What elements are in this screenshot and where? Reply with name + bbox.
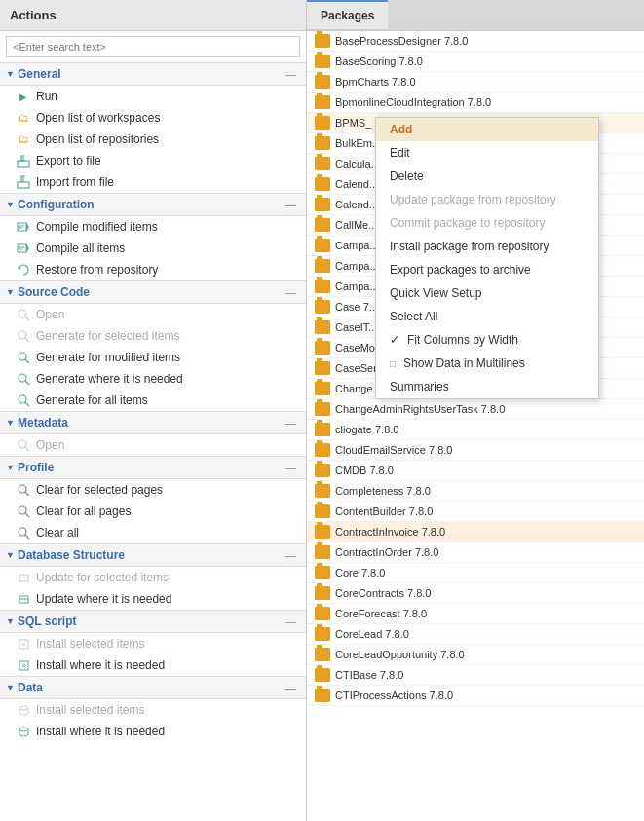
context-quick-view-item[interactable]: Quick View Setup xyxy=(376,281,598,305)
package-folder-icon xyxy=(315,75,330,89)
install-selected-data-item[interactable]: Install selected items xyxy=(0,699,306,721)
section-source-code[interactable]: ▼ Source Code — xyxy=(0,280,306,304)
package-folder-icon xyxy=(315,95,330,109)
svg-rect-0 xyxy=(18,161,29,167)
section-metadata[interactable]: ▼ Metadata — xyxy=(0,411,306,434)
run-item[interactable]: ▶ Run xyxy=(0,86,306,107)
package-item[interactable]: CloudEmailService 7.8.0 xyxy=(307,440,644,461)
install-needed-sql-item[interactable]: Install where it is needed xyxy=(0,654,306,676)
package-item[interactable]: Core 7.8.0 xyxy=(307,563,644,583)
context-fit-columns-item[interactable]: Fit Columns by Width xyxy=(376,328,598,352)
package-item[interactable]: ContractInInvoice 7.8.0 xyxy=(307,522,644,542)
context-show-data-item[interactable]: Show Data in Multilines xyxy=(376,352,598,375)
compile-all-item[interactable]: Compile all items xyxy=(0,238,306,259)
package-item[interactable]: CoreLeadOpportunity 7.8.0 xyxy=(307,645,644,665)
package-item[interactable]: BpmCharts 7.8.0 xyxy=(307,72,644,93)
svg-rect-2 xyxy=(18,182,29,188)
section-database-structure[interactable]: ▼ Database Structure — xyxy=(0,543,306,567)
generate-modified-item[interactable]: Generate for modified items xyxy=(0,347,306,368)
package-item[interactable]: BaseProcessDesigner 7.8.0 xyxy=(307,31,644,52)
run-icon: ▶ xyxy=(16,89,31,104)
export-file-label: Export to file xyxy=(36,154,101,168)
context-install-from-repo-item[interactable]: Install package from repository xyxy=(376,235,598,258)
collapse-general-btn[interactable]: — xyxy=(282,68,300,80)
package-item[interactable]: Completeness 7.8.0 xyxy=(307,481,644,502)
context-add-item[interactable]: Add xyxy=(376,118,598,141)
collapse-source-btn[interactable]: — xyxy=(282,286,300,298)
gear-icon-1 xyxy=(16,219,31,235)
collapse-metadata-btn[interactable]: — xyxy=(282,417,300,429)
package-item[interactable]: CoreForecast 7.8.0 xyxy=(307,604,644,624)
context-commit-to-repo-item[interactable]: Commit package to repository xyxy=(376,211,598,235)
svg-point-19 xyxy=(19,374,26,382)
package-folder-icon xyxy=(315,525,330,539)
package-item[interactable]: CoreContracts 7.8.0 xyxy=(307,583,644,604)
collapse-config-btn[interactable]: — xyxy=(282,199,300,210)
generate-selected-item[interactable]: Generate for selected items xyxy=(0,325,306,347)
context-menu: Add Edit Delete Update package from repo… xyxy=(375,117,599,399)
context-select-all-item[interactable]: Select All xyxy=(376,305,598,328)
open-workspaces-label: Open list of workspaces xyxy=(36,111,160,125)
section-general[interactable]: ▼ General — xyxy=(0,62,306,86)
search-input[interactable] xyxy=(6,36,300,57)
chevron-profile-icon: ▼ xyxy=(6,463,14,472)
package-item[interactable]: ContentBuilder 7.8.0 xyxy=(307,502,644,522)
package-item[interactable]: CTIProcessActions 7.8.0 xyxy=(307,686,644,706)
update-needed-db-item[interactable]: Update where it is needed xyxy=(0,588,306,610)
context-export-to-archive-item[interactable]: Export packages to archive xyxy=(376,258,598,281)
package-folder-icon xyxy=(315,55,330,68)
package-folder-icon xyxy=(315,484,330,498)
clear-all-item[interactable]: Clear all xyxy=(0,522,306,543)
svg-marker-7 xyxy=(26,222,29,232)
package-item[interactable]: cliogate 7.8.0 xyxy=(307,420,644,440)
import-file-item[interactable]: Import from file xyxy=(0,171,306,193)
export-file-item[interactable]: Export to file xyxy=(0,150,306,171)
section-data[interactable]: ▼ Data — xyxy=(0,676,306,699)
packages-tab[interactable]: Packages xyxy=(307,0,388,30)
package-item[interactable]: CTIBase 7.8.0 xyxy=(307,665,644,686)
package-folder-icon xyxy=(315,423,330,436)
svg-point-23 xyxy=(19,440,26,448)
open-source-item[interactable]: Open xyxy=(0,304,306,325)
install-selected-sql-item[interactable]: Install selected items xyxy=(0,633,306,654)
package-item[interactable]: BpmonlineCloudIntegration 7.8.0 xyxy=(307,93,644,113)
generate-selected-label: Generate for selected items xyxy=(36,329,179,343)
package-item[interactable]: CoreLead 7.8.0 xyxy=(307,624,644,645)
package-item[interactable]: ChangeAdminRightsUserTask 7.8.0 xyxy=(307,399,644,420)
svg-line-16 xyxy=(25,338,29,342)
context-edit-item[interactable]: Edit xyxy=(376,141,598,165)
restore-repo-item[interactable]: Restore from repository xyxy=(0,259,306,280)
collapse-profile-btn[interactable]: — xyxy=(282,462,300,473)
section-source-label: Source Code xyxy=(18,285,90,299)
left-panel: Actions ▼ General — ▶ Run 🗂 Open list of… xyxy=(0,0,307,821)
section-sql-script[interactable]: ▼ SQL script — xyxy=(0,610,306,633)
install-needed-data-item[interactable]: Install where it is needed xyxy=(0,721,306,742)
open-repositories-item[interactable]: 🗂 Open list of repositories xyxy=(0,129,306,150)
generate-needed-item[interactable]: Generate where it is needed xyxy=(0,368,306,390)
section-configuration[interactable]: ▼ Configuration — xyxy=(0,193,306,216)
compile-modified-item[interactable]: Compile modified items xyxy=(0,216,306,238)
svg-point-15 xyxy=(19,331,26,339)
package-folder-icon xyxy=(315,34,330,48)
generate-disabled-icon-1 xyxy=(16,328,31,344)
generate-all-item[interactable]: Generate for all items xyxy=(0,390,306,411)
clear-all-pages-item[interactable]: Clear for all pages xyxy=(0,501,306,522)
package-item[interactable]: BaseScoring 7.8.0 xyxy=(307,52,644,72)
section-profile[interactable]: ▼ Profile — xyxy=(0,456,306,479)
clear-selected-pages-item[interactable]: Clear for selected pages xyxy=(0,479,306,501)
svg-line-30 xyxy=(25,535,29,539)
package-item[interactable]: ContractInOrder 7.8.0 xyxy=(307,542,644,563)
open-workspaces-item[interactable]: 🗂 Open list of workspaces xyxy=(0,107,306,129)
open-metadata-item[interactable]: Open xyxy=(0,434,306,456)
update-selected-db-item[interactable]: Update for selected items xyxy=(0,567,306,588)
collapse-db-btn[interactable]: — xyxy=(282,549,300,561)
package-folder-icon xyxy=(315,341,330,355)
collapse-data-btn[interactable]: — xyxy=(282,682,300,693)
collapse-sql-btn[interactable]: — xyxy=(282,616,300,627)
generate-active-icon-3 xyxy=(16,392,31,408)
context-update-from-repo-item[interactable]: Update package from repository xyxy=(376,188,598,211)
context-delete-item[interactable]: Delete xyxy=(376,165,598,188)
context-summaries-item[interactable]: Summaries xyxy=(376,375,598,398)
package-item[interactable]: CMDB 7.8.0 xyxy=(307,461,644,481)
db-icon-1 xyxy=(16,570,31,585)
